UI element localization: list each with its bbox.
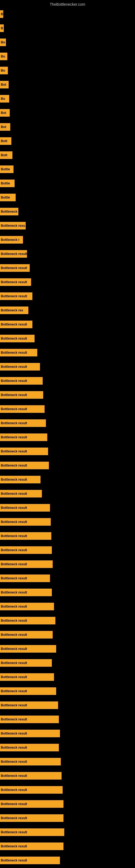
bar-6: Bo <box>0 95 9 102</box>
bar-16: Bottleneck r <box>0 236 23 244</box>
bar-25: Bottleneck result <box>0 363 40 371</box>
bar-row-0: B <box>0 10 3 18</box>
bar-46: Bottleneck result <box>0 659 52 667</box>
bar-0: B <box>0 10 3 18</box>
bar-row-16: Bottleneck r <box>0 236 23 244</box>
bar-29: Bottleneck result <box>0 420 46 427</box>
bar-9: Bott <box>0 137 11 145</box>
bar-row-27: Bottleneck result <box>0 391 43 399</box>
bar-55: Bottleneck result <box>0 786 63 794</box>
bar-23: Bottleneck result <box>0 335 35 342</box>
bar-27: Bottleneck result <box>0 391 43 399</box>
bar-row-17: Bottleneck result <box>0 250 27 258</box>
bar-49: Bottleneck result <box>0 702 58 709</box>
bar-5: Bot <box>0 81 9 88</box>
bar-row-48: Bottleneck result <box>0 687 56 695</box>
bar-row-8: Bot <box>0 123 10 131</box>
bar-47: Bottleneck result <box>0 673 54 681</box>
bar-row-37: Bottleneck result <box>0 532 51 540</box>
bar-row-53: Bottleneck result <box>0 758 61 766</box>
bar-48: Bottleneck result <box>0 687 56 695</box>
bar-26: Bottleneck result <box>0 377 43 384</box>
bar-24: Bottleneck result <box>0 349 37 356</box>
bar-row-40: Bottleneck result <box>0 575 50 582</box>
bar-row-20: Bottleneck result <box>0 292 32 300</box>
bar-50: Bottleneck result <box>0 716 59 723</box>
bar-30: Bottleneck result <box>0 433 47 441</box>
bar-42: Bottleneck result <box>0 603 54 610</box>
bar-row-33: Bottleneck result <box>0 476 41 484</box>
bar-22: Bottleneck result <box>0 321 32 328</box>
bar-row-1: B <box>0 24 4 32</box>
bar-8: Bot <box>0 123 10 131</box>
bar-row-15: Bottleneck resu <box>0 222 26 229</box>
bar-row-49: Bottleneck result <box>0 702 58 709</box>
bar-row-26: Bottleneck result <box>0 377 43 384</box>
bar-row-5: Bot <box>0 81 9 88</box>
bar-15: Bottleneck resu <box>0 222 26 229</box>
bar-14: Bottleneck <box>0 208 18 215</box>
bar-31: Bottleneck result <box>0 447 48 455</box>
bar-row-45: Bottleneck result <box>0 645 56 653</box>
bar-row-4: Bo <box>0 67 8 74</box>
bar-35: Bottleneck result <box>0 504 50 512</box>
bar-54: Bottleneck result <box>0 772 61 780</box>
site-title: TheBottlenecker.com <box>0 0 135 8</box>
bar-row-60: Bottleneck result <box>0 857 60 864</box>
bar-row-13: Bottle <box>0 194 16 201</box>
bar-row-10: Bott <box>0 151 12 159</box>
bar-row-28: Bottleneck result <box>0 405 45 413</box>
bar-40: Bottleneck result <box>0 575 50 582</box>
bar-row-42: Bottleneck result <box>0 603 54 610</box>
bar-60: Bottleneck result <box>0 857 60 864</box>
bar-row-31: Bottleneck result <box>0 447 48 455</box>
bar-row-34: Bottleneck result <box>0 490 42 497</box>
bar-56: Bottleneck result <box>0 800 63 808</box>
bar-row-14: Bottleneck <box>0 208 18 215</box>
bar-7: Bot <box>0 109 10 117</box>
bar-12: Bottle <box>0 180 14 187</box>
bar-row-12: Bottle <box>0 180 14 187</box>
bar-34: Bottleneck result <box>0 490 42 497</box>
bar-row-9: Bott <box>0 137 11 145</box>
bar-21: Bottleneck res <box>0 307 28 314</box>
bar-11: Bottle <box>0 165 13 173</box>
bar-2: Bo <box>0 38 6 46</box>
bar-28: Bottleneck result <box>0 405 45 413</box>
bar-row-30: Bottleneck result <box>0 433 47 441</box>
bar-row-57: Bottleneck result <box>0 814 63 822</box>
bar-row-6: Bo <box>0 95 9 102</box>
bar-row-36: Bottleneck result <box>0 518 51 526</box>
bar-row-18: Bottleneck result <box>0 264 30 272</box>
bar-43: Bottleneck result <box>0 617 55 624</box>
bar-36: Bottleneck result <box>0 518 51 526</box>
bar-row-59: Bottleneck result <box>0 842 63 850</box>
bar-row-2: Bo <box>0 38 6 46</box>
bar-44: Bottleneck result <box>0 631 53 639</box>
bar-row-7: Bot <box>0 109 10 117</box>
bar-row-51: Bottleneck result <box>0 730 60 737</box>
bar-row-25: Bottleneck result <box>0 363 40 371</box>
bar-45: Bottleneck result <box>0 645 56 653</box>
bar-row-19: Bottleneck result <box>0 278 31 286</box>
bar-row-52: Bottleneck result <box>0 744 59 751</box>
bar-row-55: Bottleneck result <box>0 786 63 794</box>
bar-10: Bott <box>0 151 12 159</box>
bar-13: Bottle <box>0 194 16 201</box>
bar-3: Bo <box>0 53 7 60</box>
bar-row-29: Bottleneck result <box>0 420 46 427</box>
bar-39: Bottleneck result <box>0 560 53 568</box>
bar-row-3: Bo <box>0 53 7 60</box>
bar-row-32: Bottleneck result <box>0 462 49 469</box>
bar-row-23: Bottleneck result <box>0 335 35 342</box>
bar-41: Bottleneck result <box>0 589 52 596</box>
bar-row-58: Bottleneck result <box>0 828 64 836</box>
bar-row-44: Bottleneck result <box>0 631 53 639</box>
bar-row-41: Bottleneck result <box>0 589 52 596</box>
bar-59: Bottleneck result <box>0 842 63 850</box>
bar-row-56: Bottleneck result <box>0 800 63 808</box>
bar-32: Bottleneck result <box>0 462 49 469</box>
bar-17: Bottleneck result <box>0 250 27 258</box>
bar-row-47: Bottleneck result <box>0 673 54 681</box>
bar-4: Bo <box>0 67 8 74</box>
